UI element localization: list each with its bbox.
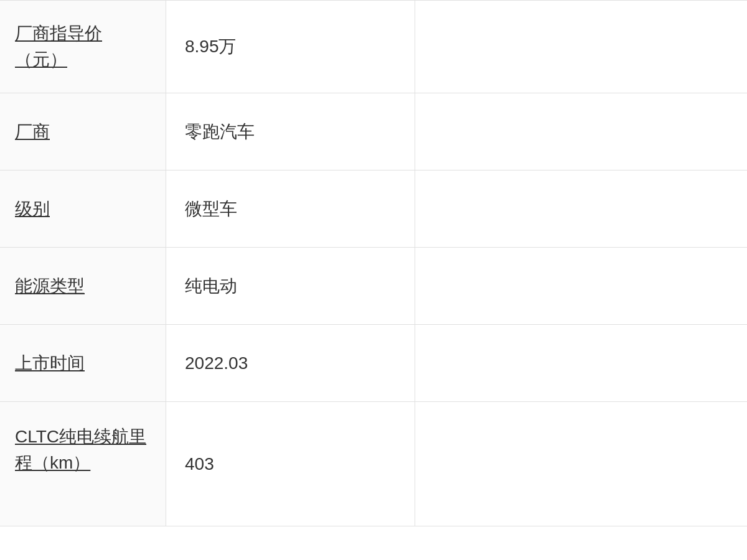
value-text-energy: 纯电动 — [185, 273, 237, 299]
value-text-price: 8.95万 — [185, 34, 237, 60]
label-col-cltc: CLTC纯电续航里程（km） — [0, 402, 166, 526]
label-col-launch-date: 上市时间 — [0, 325, 166, 401]
label-text-launch-date[interactable]: 上市时间 — [15, 350, 85, 376]
extra-col-manufacturer — [415, 93, 747, 170]
value-text-cltc: 403 — [185, 451, 214, 477]
table-row-cltc: CLTC纯电续航里程（km）403 — [0, 402, 747, 526]
label-col-level: 级别 — [0, 170, 166, 247]
value-text-level: 微型车 — [185, 196, 237, 222]
value-col-cltc: 403 — [166, 402, 415, 526]
label-text-price[interactable]: 厂商指导价（元） — [15, 21, 151, 73]
label-text-cltc[interactable]: CLTC纯电续航里程（km） — [15, 424, 151, 476]
extra-col-price — [415, 1, 747, 93]
extra-col-energy — [415, 248, 747, 324]
extra-col-cltc — [415, 402, 747, 526]
table-row-price: 厂商指导价（元）8.95万 — [0, 0, 747, 93]
value-text-launch-date: 2022.03 — [185, 350, 248, 376]
label-text-manufacturer[interactable]: 厂商 — [15, 119, 50, 145]
label-text-energy[interactable]: 能源类型 — [15, 273, 85, 299]
value-col-manufacturer: 零跑汽车 — [166, 93, 415, 170]
value-col-energy: 纯电动 — [166, 248, 415, 324]
extra-col-level — [415, 170, 747, 247]
value-col-level: 微型车 — [166, 170, 415, 247]
label-col-manufacturer: 厂商 — [0, 93, 166, 170]
table-row-energy: 能源类型纯电动 — [0, 248, 747, 325]
specs-table: 厂商指导价（元）8.95万厂商零跑汽车级别微型车能源类型纯电动上市时间2022.… — [0, 0, 747, 526]
value-col-price: 8.95万 — [166, 1, 415, 93]
value-text-manufacturer: 零跑汽车 — [185, 119, 255, 145]
label-col-price: 厂商指导价（元） — [0, 1, 166, 93]
label-col-energy: 能源类型 — [0, 248, 166, 324]
table-row-launch-date: 上市时间2022.03 — [0, 325, 747, 402]
table-row-manufacturer: 厂商零跑汽车 — [0, 93, 747, 170]
extra-col-launch-date — [415, 325, 747, 401]
label-text-level[interactable]: 级别 — [15, 196, 50, 222]
table-row-level: 级别微型车 — [0, 170, 747, 248]
value-col-launch-date: 2022.03 — [166, 325, 415, 401]
